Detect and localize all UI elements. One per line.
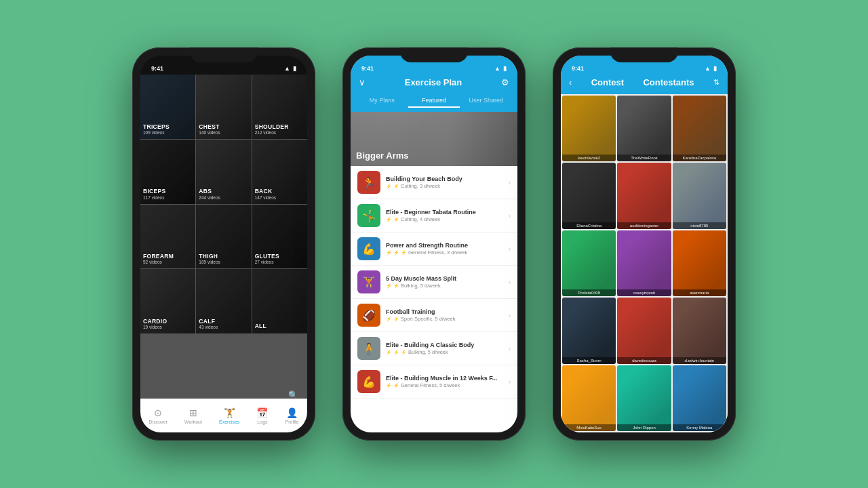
exercise-label: TRICEPS	[143, 123, 193, 130]
contestant-name: caseytripodi	[617, 289, 671, 296]
phone3-status-icons: ▲ ▮	[705, 65, 717, 72]
battery-icon: ▮	[293, 65, 296, 72]
contestant-name: auditioningactor	[617, 222, 671, 229]
exercise-count: 117 videos	[143, 195, 193, 200]
exercise-cell-calf[interactable]: CALF43 videos	[196, 269, 251, 333]
exercise-cell-forearm[interactable]: FOREARM52 videos	[140, 205, 195, 269]
phone-contest: 9:41 ▲ ▮ ‹ Contest Contestants ⇅ kevinla…	[553, 47, 736, 441]
plan-item-sub: ⚡⚡ Cutting, 4 d/week	[386, 216, 503, 222]
tab-profile[interactable]: 👤Profile	[285, 407, 299, 424]
contestant-cell[interactable]: asenmaria	[673, 230, 726, 296]
plan-item-sub: ⚡⚡ Cutting, 3 d/week	[386, 183, 503, 189]
sort-icon[interactable]: ⇅	[713, 78, 719, 87]
plan-tab-featured[interactable]: Featured	[408, 94, 460, 108]
lightning-icon: ⚡	[386, 184, 392, 189]
contestant-cell[interactable]: Sasha_Storm	[562, 298, 616, 363]
contestant-cell[interactable]: auditioningactor	[617, 163, 671, 228]
plan-hero: Bigger Arms	[351, 112, 517, 166]
contestant-cell[interactable]: Kenny Makina	[673, 365, 726, 431]
exercise-cell-glutes[interactable]: GLUTES27 videos	[252, 205, 307, 269]
plan-list-item[interactable]: 🤸Elite - Beginner Tabata Routine⚡⚡ Cutti…	[351, 199, 517, 232]
plan-list-item[interactable]: 💪Elite - Building Muscle in 12 Weeks F..…	[351, 365, 517, 399]
contestant-name: MissKatieSue	[562, 424, 616, 431]
exercise-cell-triceps[interactable]: TRICEPS109 videos	[140, 75, 195, 139]
plan-list: 🏃Building Your Beach Body⚡⚡ Cutting, 3 d…	[351, 166, 517, 432]
exercise-count: 212 videos	[255, 130, 304, 135]
plan-item-sub: ⚡⚡ Sport Specific, 5 d/week	[386, 316, 503, 322]
contestant-cell[interactable]: TheWhiteRook	[617, 96, 671, 161]
plan-item-sub: ⚡⚡ General Fitness, 5 d/week	[386, 382, 503, 388]
plan-item-avatar: 🧍	[357, 337, 380, 360]
contestant-cell[interactable]: caseytripodi	[617, 230, 671, 296]
wifi-icon3: ▲	[705, 65, 711, 72]
lightning-icon: ⚡	[401, 250, 407, 256]
contestant-cell[interactable]: kevinlavoie2	[562, 96, 616, 161]
exercise-label: FOREARM	[143, 253, 193, 260]
plan-list-item[interactable]: 💪Power and Strength Routine⚡⚡⚡ General F…	[351, 232, 517, 266]
phone2-status-icons: ▲ ▮	[494, 65, 507, 72]
contestant-cell[interactable]: Profeta0408	[562, 230, 616, 296]
lightning-icon: ⚡	[386, 350, 392, 355]
contestant-cell[interactable]: d.edwin.fountain	[673, 298, 726, 363]
contestant-cell[interactable]: KarolinaZacpalova	[673, 96, 726, 161]
plan-header: ∨ Exercise Plan ⚙	[351, 75, 517, 94]
tab-label: Profile	[285, 420, 299, 424]
plan-list-item[interactable]: 🏈Football Training⚡⚡ Sport Specific, 5 d…	[351, 299, 517, 332]
exercise-cell-abs[interactable]: ABS244 videos	[196, 140, 251, 204]
contestant-name: TheWhiteRook	[617, 155, 671, 161]
contest-header-title: Contest	[591, 77, 624, 87]
contestant-cell[interactable]: nicte8785	[673, 163, 726, 228]
phone2-notch	[400, 47, 468, 62]
lightning-icon: ⚡	[386, 217, 392, 222]
contestant-cell[interactable]: davedesouza	[617, 298, 671, 363]
plan-item-sub: ⚡⚡⚡ General Fitness, 3 d/week	[386, 249, 503, 256]
exercise-count: 19 videos	[143, 325, 193, 329]
plan-item-sub: ⚡⚡ Bulking, 5 d/week	[386, 283, 503, 289]
exercise-cell-thigh[interactable]: THIGH189 videos	[196, 205, 251, 269]
plan-tab-my-plans[interactable]: My Plans	[356, 94, 408, 108]
contest-grid: kevinlavoie2TheWhiteRookKarolinaZacpalov…	[561, 94, 728, 432]
exercise-label: GLUTES	[255, 253, 304, 260]
contestant-name: kevinlavoie2	[562, 155, 616, 161]
plan-list-item[interactable]: 🧍Elite - Building A Classic Body⚡⚡⚡ Bulk…	[351, 332, 517, 365]
contestant-cell[interactable]: ElianaCristina	[562, 163, 616, 228]
tab-label: Exercises	[219, 420, 239, 424]
contestant-cell[interactable]: John Rippon	[617, 365, 671, 431]
plan-item-chevron: ›	[509, 312, 511, 319]
exercise-cell-cardio[interactable]: CARDIO19 videos	[140, 269, 195, 333]
exercises-icon: 🏋	[224, 407, 235, 418]
exercise-cell-shoulder[interactable]: SHOULDER212 videos	[252, 75, 307, 139]
tab-workout[interactable]: ⊞Workout	[184, 407, 202, 424]
lightning-icon: ⚡	[386, 317, 392, 322]
exercise-label: BICEPS	[143, 188, 193, 195]
plan-hero-text: Bigger Arms	[356, 150, 409, 161]
exercise-cell-chest[interactable]: CHEST140 videos	[196, 75, 251, 139]
plan-item-avatar: 🏃	[357, 171, 380, 194]
tab-discover[interactable]: ⊙Discover	[149, 407, 167, 424]
plan-item-title: Elite - Building Muscle in 12 Weeks F...	[386, 375, 503, 382]
exercise-cell-all[interactable]: ALL	[252, 269, 307, 333]
contestant-cell[interactable]: MissKatieSue	[562, 365, 616, 431]
exercise-cell-biceps[interactable]: BICEPS117 videos	[140, 140, 195, 204]
tab-logs[interactable]: 📅Logs	[256, 407, 268, 424]
phone1-time: 9:41	[151, 65, 163, 72]
plan-list-item[interactable]: 🏋5 Day Muscle Mass Split⚡⚡ Bulking, 5 d/…	[351, 266, 517, 299]
tab-exercises[interactable]: 🏋Exercises	[219, 407, 239, 424]
exercise-label: THIGH	[199, 253, 248, 260]
exercise-count: 27 videos	[255, 260, 304, 264]
contestant-name: John Rippon	[617, 424, 671, 431]
exercise-cell-back[interactable]: BACK147 videos	[252, 140, 307, 204]
contestant-name: nicte8785	[673, 222, 726, 229]
plan-tab-user-shared[interactable]: User Shared	[460, 94, 512, 108]
filter-icon[interactable]: ⚙	[501, 77, 509, 87]
logs-icon: 📅	[256, 407, 268, 418]
contestant-name: Kenny Makina	[673, 424, 726, 431]
exercise-count: 244 videos	[199, 195, 248, 200]
exercise-count: 140 videos	[199, 130, 248, 135]
plan-item-category: Bulking, 5 d/week	[401, 283, 441, 289]
lightning-icon: ⚡	[393, 383, 399, 388]
plan-item-chevron: ›	[509, 245, 511, 253]
back-icon[interactable]: ‹	[569, 77, 572, 87]
plan-list-item[interactable]: 🏃Building Your Beach Body⚡⚡ Cutting, 3 d…	[351, 166, 517, 199]
chevron-down-icon[interactable]: ∨	[359, 77, 366, 87]
